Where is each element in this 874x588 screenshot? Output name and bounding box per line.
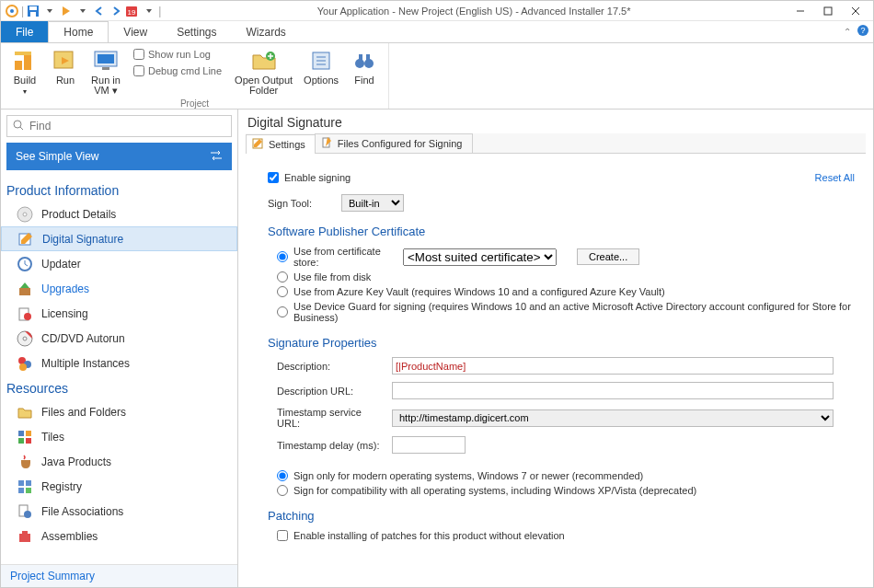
- page-title: Digital Signature: [238, 110, 873, 133]
- find-button[interactable]: Find: [346, 45, 383, 98]
- cert-disk-radio[interactable]: [277, 271, 288, 282]
- tab-wizards[interactable]: Wizards: [232, 21, 301, 42]
- sidebar-item-file-associations[interactable]: File Associations: [1, 499, 237, 524]
- sign-tool-select[interactable]: Built-in: [341, 194, 404, 212]
- sidebar-search[interactable]: [6, 115, 232, 137]
- sign-modern-radio[interactable]: [277, 470, 288, 481]
- dropdown-icon[interactable]: [42, 4, 57, 18]
- svg-rect-47: [18, 480, 24, 486]
- cert-store-select[interactable]: <Most suited certificate>: [403, 248, 557, 266]
- save-icon[interactable]: [26, 4, 40, 18]
- patching-check[interactable]: Enable installing of patches for this pr…: [277, 530, 855, 541]
- tab-file[interactable]: File: [1, 21, 48, 42]
- minimize-button[interactable]: [787, 2, 814, 20]
- run-in-vm-button[interactable]: Run in VM ▾: [87, 45, 124, 98]
- section-signature-props: Signature Properties: [268, 336, 855, 350]
- binoculars-icon: [350, 47, 379, 75]
- java-icon: [16, 453, 34, 471]
- cert-store-radio[interactable]: [277, 251, 288, 262]
- cert-azure-radio[interactable]: [277, 286, 288, 297]
- svg-rect-35: [19, 288, 30, 295]
- sidebar-section-resources: Resources: [1, 375, 237, 399]
- dropdown-icon[interactable]: [75, 4, 90, 18]
- updater-icon: [16, 255, 34, 273]
- sidebar-item-autorun[interactable]: CD/DVD Autorun: [1, 326, 237, 351]
- svg-point-32: [23, 213, 27, 216]
- inner-tab-settings[interactable]: Settings: [246, 134, 316, 154]
- back-icon[interactable]: [92, 4, 107, 18]
- debug-cmd-check[interactable]: Debug cmd Line: [133, 65, 222, 76]
- svg-point-1: [10, 9, 14, 13]
- svg-rect-49: [26, 480, 31, 486]
- dropdown-icon[interactable]: [142, 4, 156, 18]
- close-button[interactable]: [842, 2, 869, 20]
- run-button[interactable]: Run: [47, 45, 84, 98]
- calendar-badge-icon[interactable]: 19: [125, 4, 140, 18]
- app-logo-icon: [5, 4, 19, 18]
- options-icon: [306, 47, 336, 75]
- search-input[interactable]: [29, 120, 225, 133]
- cert-device-guard-radio[interactable]: [277, 306, 288, 317]
- run-icon: [51, 47, 80, 75]
- svg-rect-13: [15, 61, 22, 70]
- sidebar-item-multiple-instances[interactable]: Multiple Instances: [1, 351, 237, 375]
- sidebar-item-registry[interactable]: Registry: [1, 474, 237, 499]
- search-icon: [13, 120, 24, 133]
- timestamp-delay-input[interactable]: [392, 436, 466, 454]
- svg-point-37: [24, 313, 31, 320]
- sidebar-item-tiles[interactable]: Tiles: [1, 424, 237, 449]
- show-run-log-check[interactable]: Show run Log: [133, 49, 222, 60]
- forward-icon[interactable]: [109, 4, 123, 18]
- build-icon: [10, 47, 40, 75]
- help-icon[interactable]: ?: [857, 24, 869, 40]
- registry-icon: [16, 478, 34, 496]
- sidebar-item-licensing[interactable]: Licensing: [1, 301, 237, 326]
- open-output-folder-button[interactable]: Open Output Folder: [231, 45, 296, 98]
- svg-rect-8: [824, 7, 832, 15]
- build-button[interactable]: Build▾: [6, 45, 43, 98]
- vm-icon: [91, 47, 121, 75]
- sidebar-item-updater[interactable]: Updater: [1, 251, 237, 276]
- timestamp-url-select[interactable]: http://timestamp.digicert.com: [392, 409, 834, 427]
- chevron-up-icon[interactable]: ⌃: [844, 27, 851, 37]
- svg-line-30: [20, 127, 23, 130]
- description-input[interactable]: [392, 357, 834, 375]
- options-button[interactable]: Options: [300, 45, 342, 98]
- svg-rect-14: [24, 55, 31, 70]
- swap-icon: [210, 150, 223, 164]
- simple-view-toggle[interactable]: See Simple View: [6, 143, 232, 170]
- enable-signing-check[interactable]: Enable signing: [268, 172, 351, 183]
- sidebar-item-files-folders[interactable]: Files and Folders: [1, 399, 237, 424]
- svg-rect-50: [26, 488, 31, 493]
- section-patching: Patching: [268, 509, 855, 523]
- folder-open-icon: [249, 47, 279, 75]
- signature-icon: [17, 230, 35, 248]
- svg-rect-4: [30, 12, 36, 17]
- sign-compat-radio[interactable]: [277, 485, 288, 496]
- reset-all-link[interactable]: Reset All: [815, 172, 855, 183]
- sidebar-item-digital-signature[interactable]: Digital Signature: [1, 226, 237, 251]
- inner-tab-files[interactable]: Files Configured for Signing: [315, 133, 473, 153]
- instances-icon: [16, 354, 34, 373]
- description-url-input[interactable]: [392, 382, 834, 399]
- ribbon-group-label: Project: [6, 98, 383, 110]
- files-tab-icon: [321, 137, 334, 150]
- create-cert-button[interactable]: Create...: [577, 248, 639, 265]
- svg-rect-44: [26, 431, 31, 436]
- svg-rect-43: [18, 431, 24, 436]
- licensing-icon: [16, 305, 34, 323]
- tab-view[interactable]: View: [109, 21, 162, 42]
- svg-text:?: ?: [860, 26, 865, 35]
- sidebar-item-upgrades[interactable]: Upgrades: [1, 276, 237, 301]
- svg-rect-28: [366, 54, 370, 61]
- file-assoc-icon: [16, 502, 34, 521]
- sidebar-item-java[interactable]: Java Products: [1, 449, 237, 474]
- tab-home[interactable]: Home: [48, 21, 109, 42]
- qat-separator: |: [21, 5, 24, 17]
- sidebar-item-assemblies[interactable]: Assemblies: [1, 524, 237, 548]
- project-summary-link[interactable]: Project Summary: [1, 564, 237, 587]
- play-icon[interactable]: [59, 4, 74, 18]
- sidebar-item-product-details[interactable]: Product Details: [1, 202, 237, 226]
- tab-settings[interactable]: Settings: [162, 21, 231, 42]
- maximize-button[interactable]: [814, 2, 842, 20]
